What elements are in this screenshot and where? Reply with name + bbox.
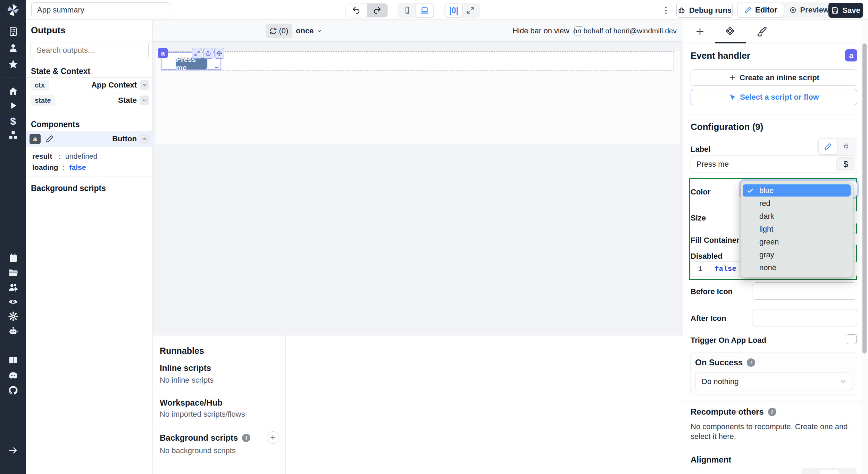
preview-tab[interactable]: Preview: [784, 3, 835, 17]
refresh-runnables-button[interactable]: (0): [266, 24, 292, 38]
anchor-component-button[interactable]: [203, 48, 213, 59]
trigger-on-app-load-checkbox[interactable]: [847, 334, 857, 344]
desktop-view-button[interactable]: [416, 4, 433, 17]
state-row[interactable]: state State: [26, 93, 153, 108]
dropdown-option-green[interactable]: green: [743, 236, 851, 248]
editor-tab[interactable]: Editor: [738, 3, 784, 17]
panel-tabs: [683, 20, 861, 43]
component-prop-loading: loading : false: [32, 162, 86, 173]
sidebar-item-settings[interactable]: [0, 311, 26, 322]
on-success-title: On Success: [695, 358, 743, 367]
search-outputs-input[interactable]: [31, 42, 149, 59]
sidebar-item-docs[interactable]: [0, 355, 26, 366]
tab-component-settings[interactable]: [723, 25, 737, 39]
hide-bar-label: Hide bar on view: [512, 26, 569, 35]
hide-bar-control: Hide bar on view: [512, 24, 583, 38]
dropdown-option-dark[interactable]: dark: [743, 210, 851, 222]
dropdown-option-label: dark: [759, 212, 774, 221]
create-inline-script-button[interactable]: Create an inline script: [691, 69, 857, 86]
ctx-row[interactable]: ctx App Context: [26, 77, 153, 93]
before-icon-input[interactable]: [752, 282, 857, 300]
sidebar-item-favorites[interactable]: [0, 59, 26, 69]
scrollbar-thumb[interactable]: [862, 43, 867, 354]
alignment-control[interactable]: [801, 468, 857, 474]
state-expand-chevron-icon[interactable]: [140, 95, 149, 105]
sidebar-item-ai[interactable]: [0, 326, 26, 336]
fullscreen-canvas-button[interactable]: [462, 4, 479, 17]
prop-value: undefined: [65, 152, 97, 160]
chevron-down-icon: [840, 378, 846, 385]
gutter-divider: [710, 263, 710, 275]
divider: [285, 335, 286, 474]
resize-handle[interactable]: [215, 65, 218, 68]
chevron-down-icon: [316, 28, 323, 34]
run-frequency-dropdown[interactable]: once: [296, 24, 323, 38]
select-script-or-flow-button[interactable]: Select a script or flow: [691, 89, 857, 105]
panel-scrollbar[interactable]: [861, 20, 868, 474]
label-value-input[interactable]: [691, 156, 857, 173]
configuration-title: Configuration (9): [691, 122, 763, 132]
anchor-icon: [205, 50, 211, 56]
center-canvas-button[interactable]: |0|: [445, 4, 462, 17]
connect-plug-button[interactable]: [837, 139, 855, 154]
sidebar-item-github[interactable]: [0, 385, 26, 396]
workspace-hub-title: Workspace/Hub: [160, 398, 223, 408]
sidebar-item-runs[interactable]: [0, 101, 26, 110]
on-success-select[interactable]: Do nothing: [695, 373, 852, 390]
ctx-expand-chevron-icon[interactable]: [140, 80, 149, 90]
runnables-panel: Runnables Inline scripts No inline scrip…: [153, 335, 683, 474]
kebab-menu-icon[interactable]: [660, 4, 672, 17]
template-dollar-button[interactable]: $: [836, 157, 855, 171]
dropdown-option-red[interactable]: red: [743, 197, 851, 209]
windmill-logo-icon[interactable]: [0, 3, 26, 17]
rename-component-pen-icon[interactable]: [45, 135, 54, 143]
sidebar-item-home[interactable]: [0, 86, 26, 97]
sidebar-item-user[interactable]: [0, 43, 26, 53]
app-summary-input[interactable]: [31, 2, 170, 17]
debug-runs-button[interactable]: Debug runs: [676, 3, 733, 18]
prop-value: false: [69, 163, 86, 172]
workspace-hub-empty: No imported scripts/flows: [160, 410, 245, 419]
on-success-card: On Success i Do nothing: [690, 352, 857, 396]
after-icon-input[interactable]: [752, 309, 857, 326]
mobile-view-button[interactable]: [399, 4, 416, 17]
component-collapse-chevron-icon[interactable]: [140, 134, 149, 144]
sidebar-item-schedules[interactable]: [0, 253, 26, 263]
sidebar-item-groups[interactable]: [0, 282, 26, 292]
sidebar-item-discord[interactable]: [0, 370, 26, 381]
component-id-tag[interactable]: a: [158, 48, 168, 58]
sidebar-item-variables[interactable]: $: [0, 115, 26, 127]
expand-component-button[interactable]: [192, 48, 202, 59]
sidebar-collapse-arrow-icon[interactable]: [0, 445, 26, 456]
static-edit-pen-button[interactable]: [819, 139, 837, 154]
refresh-count: (0): [279, 26, 289, 35]
sidebar-item-workspace[interactable]: [0, 26, 26, 37]
save-button[interactable]: Save: [828, 3, 863, 18]
alignment-active-segment[interactable]: [820, 470, 840, 474]
add-background-script-button[interactable]: [267, 431, 279, 444]
sidebar-item-resources[interactable]: [0, 130, 26, 140]
prop-key: result: [32, 152, 52, 160]
plus-icon: [695, 26, 705, 37]
sidebar-item-audit[interactable]: [0, 297, 26, 307]
tab-styling[interactable]: [755, 25, 769, 39]
color-dropdown-menu: blue red dark light green gray none: [741, 182, 853, 277]
save-label: Save: [842, 6, 860, 15]
press-me-button[interactable]: Press me: [176, 58, 207, 69]
trigger-on-app-load-field-name: Trigger On App Load: [691, 336, 766, 345]
dropdown-option-light[interactable]: light: [743, 223, 851, 235]
outputs-panel: Outputs State & Context ctx App Context …: [26, 20, 153, 474]
dropdown-option-gray[interactable]: gray: [743, 249, 851, 261]
dropdown-option-label: red: [759, 199, 770, 208]
dropdown-option-blue[interactable]: blue: [743, 184, 851, 197]
tab-insert-component[interactable]: [693, 25, 707, 39]
component-row-button[interactable]: a Button: [26, 131, 153, 147]
redo-button[interactable]: [367, 3, 387, 17]
dropdown-option-none[interactable]: none: [743, 261, 851, 274]
background-scripts-header: Background scripts i: [160, 433, 250, 443]
sidebar-item-folders[interactable]: [0, 267, 26, 278]
undo-button[interactable]: [346, 3, 367, 17]
maximize-icon: [194, 50, 200, 56]
move-component-button[interactable]: [214, 48, 224, 59]
settings-panel: Event handler a Create an inline script …: [683, 20, 861, 474]
